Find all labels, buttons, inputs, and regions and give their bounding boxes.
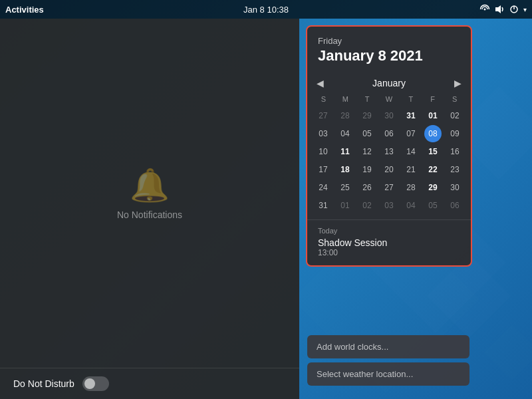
weekday-m: M bbox=[334, 94, 356, 104]
cal-day[interactable]: 28 bbox=[336, 107, 354, 124]
cal-day[interactable]: 01 bbox=[424, 107, 442, 124]
power-icon[interactable] bbox=[509, 4, 519, 15]
cal-day[interactable]: 27 bbox=[315, 107, 332, 124]
calendar-day-label: Friday bbox=[318, 36, 460, 46]
svg-marker-1 bbox=[495, 5, 501, 13]
volume-icon[interactable] bbox=[494, 4, 505, 15]
weekday-t2: T bbox=[400, 94, 422, 104]
weekday-s1: S bbox=[313, 94, 334, 104]
svg-point-0 bbox=[484, 9, 486, 11]
events-section: Today Shadow Session 13:00 bbox=[307, 219, 471, 265]
dnd-label: Do Not Disturb bbox=[13, 378, 74, 389]
cal-day[interactable]: 20 bbox=[380, 161, 398, 178]
cal-day[interactable]: 04 bbox=[402, 197, 420, 214]
cal-day[interactable]: 14 bbox=[402, 143, 420, 160]
calendar-full-date: January 8 2021 bbox=[318, 47, 460, 65]
cal-day[interactable]: 10 bbox=[315, 143, 332, 160]
dnd-toggle[interactable] bbox=[82, 376, 109, 391]
cal-day[interactable]: 24 bbox=[315, 179, 332, 196]
cal-day[interactable]: 02 bbox=[446, 107, 464, 124]
calendar-grid: S M T W T F S 27 28 29 30 31 01 02 03 04… bbox=[307, 94, 471, 219]
cal-day[interactable]: 07 bbox=[402, 125, 420, 142]
cal-day[interactable]: 19 bbox=[358, 161, 376, 178]
weekday-s2: S bbox=[444, 94, 466, 104]
notification-panel: 🔔 No Notifications Do Not Disturb bbox=[0, 19, 299, 399]
cal-day[interactable]: 16 bbox=[446, 143, 464, 160]
cal-day[interactable]: 29 bbox=[358, 107, 376, 124]
cal-day[interactable]: 23 bbox=[446, 161, 464, 178]
event-title: Shadow Session bbox=[318, 237, 460, 248]
weekday-w: W bbox=[378, 94, 400, 104]
calendar-header: Friday January 8 2021 bbox=[307, 27, 471, 72]
network-icon[interactable] bbox=[479, 4, 490, 15]
calendar-weekdays: S M T W T F S bbox=[313, 94, 466, 104]
cal-day[interactable]: 30 bbox=[380, 107, 398, 124]
weekday-t1: T bbox=[356, 94, 378, 104]
cal-day[interactable]: 03 bbox=[380, 197, 398, 214]
cal-day[interactable]: 25 bbox=[336, 179, 354, 196]
cal-day[interactable]: 31 bbox=[315, 197, 332, 214]
cal-day[interactable]: 05 bbox=[358, 125, 376, 142]
calendar-nav: ◀ January ▶ bbox=[307, 72, 471, 94]
topbar: Activities Jan 8 10:38 ▾ bbox=[0, 0, 532, 19]
select-weather-location-button[interactable]: Select weather location... bbox=[307, 362, 469, 386]
calendar-days: 27 28 29 30 31 01 02 03 04 05 06 07 08 0… bbox=[313, 107, 466, 214]
cal-day[interactable]: 06 bbox=[380, 125, 398, 142]
power-menu-arrow[interactable]: ▾ bbox=[523, 6, 527, 13]
prev-month-btn[interactable]: ◀ bbox=[313, 76, 328, 90]
calendar-panel: Friday January 8 2021 ◀ January ▶ S M T … bbox=[306, 25, 472, 267]
cal-day[interactable]: 17 bbox=[315, 161, 332, 178]
cal-day[interactable]: 05 bbox=[424, 197, 442, 214]
topbar-right-icons: ▾ bbox=[479, 4, 527, 15]
cal-day[interactable]: 22 bbox=[424, 161, 442, 178]
cal-day[interactable]: 01 bbox=[336, 197, 354, 214]
events-date-label: Today bbox=[318, 227, 460, 235]
event-time: 13:00 bbox=[318, 248, 460, 257]
next-month-btn[interactable]: ▶ bbox=[450, 76, 466, 90]
add-world-clocks-button[interactable]: Add world clocks... bbox=[307, 335, 469, 358]
cal-day[interactable]: 26 bbox=[358, 179, 376, 196]
cal-day[interactable]: 09 bbox=[446, 125, 464, 142]
cal-day[interactable]: 31 bbox=[402, 107, 420, 124]
cal-day[interactable]: 06 bbox=[446, 197, 464, 214]
no-notifications-text: No Notifications bbox=[117, 209, 182, 220]
cal-day[interactable]: 02 bbox=[358, 197, 376, 214]
bell-icon: 🔔 bbox=[130, 167, 170, 204]
cal-day[interactable]: 04 bbox=[336, 125, 354, 142]
datetime-display: Jan 8 10:38 bbox=[243, 5, 289, 15]
cal-day[interactable]: 12 bbox=[358, 143, 376, 160]
cal-day[interactable]: 15 bbox=[424, 143, 442, 160]
toggle-thumb bbox=[84, 378, 95, 389]
cal-day[interactable]: 11 bbox=[336, 143, 354, 160]
cal-day[interactable]: 29 bbox=[424, 179, 442, 196]
panel-arrow bbox=[384, 25, 394, 27]
bottom-buttons: Add world clocks... Select weather locat… bbox=[307, 335, 469, 386]
notification-area: 🔔 No Notifications bbox=[0, 19, 299, 368]
cal-day-today[interactable]: 08 bbox=[424, 125, 442, 142]
weekday-f: F bbox=[422, 94, 444, 104]
cal-day[interactable]: 28 bbox=[402, 179, 420, 196]
cal-day[interactable]: 27 bbox=[380, 179, 398, 196]
cal-day[interactable]: 18 bbox=[336, 161, 354, 178]
do-not-disturb-row: Do Not Disturb bbox=[0, 368, 299, 399]
cal-day[interactable]: 30 bbox=[446, 179, 464, 196]
calendar-month-label: January bbox=[372, 78, 406, 88]
cal-day[interactable]: 13 bbox=[380, 143, 398, 160]
activities-label[interactable]: Activities bbox=[5, 5, 44, 15]
cal-day[interactable]: 21 bbox=[402, 161, 420, 178]
cal-day[interactable]: 03 bbox=[315, 125, 332, 142]
